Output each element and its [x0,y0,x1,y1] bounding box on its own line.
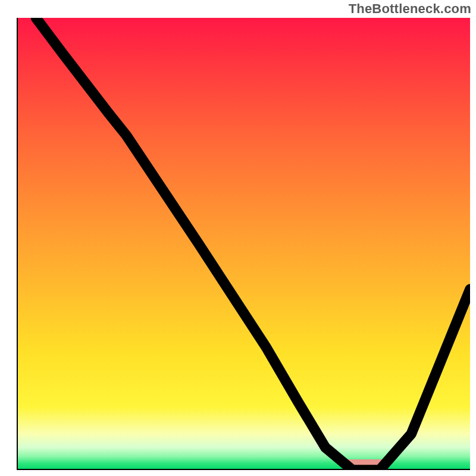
bottleneck-curve [18,18,470,470]
y-axis [17,18,18,470]
chart-container: TheBottleneck.com [0,0,476,476]
watermark-text: TheBottleneck.com [349,1,471,17]
x-axis [17,469,470,470]
plot-area [18,18,470,470]
